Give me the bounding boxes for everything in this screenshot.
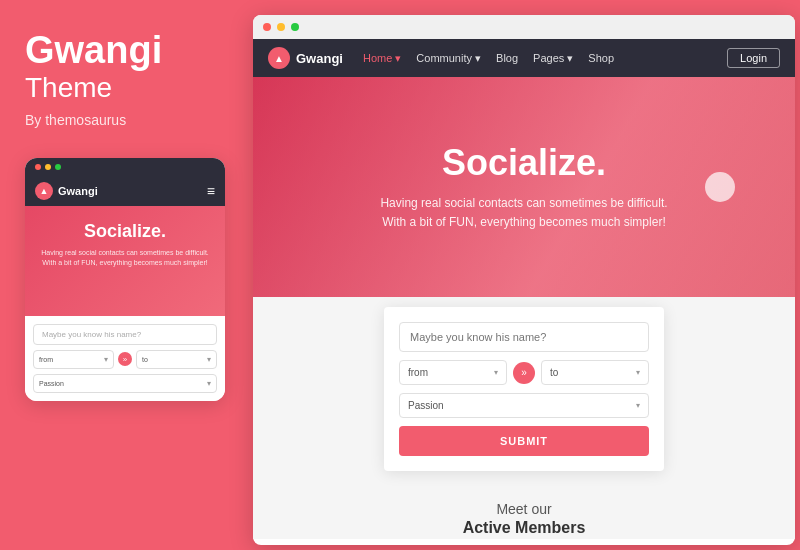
mockup-top-bar bbox=[25, 158, 225, 176]
mockup-logo-icon: ▲ bbox=[35, 182, 53, 200]
mockup-dots bbox=[35, 164, 61, 170]
mockup-hero-content: Socialize. Having real social contacts c… bbox=[35, 221, 215, 268]
hamburger-icon[interactable]: ≡ bbox=[207, 183, 215, 199]
browser-maximize-dot bbox=[291, 23, 299, 31]
mockup-passion-label: Passion bbox=[39, 380, 64, 387]
mockup-arrow-icon: » bbox=[118, 352, 132, 366]
hero-subtitle-line1: Having real social contacts can sometime… bbox=[380, 194, 667, 213]
chevron-down-icon: ▾ bbox=[636, 401, 640, 410]
site-nav-links: Home ▾ Community ▾ Blog Pages ▾ Shop bbox=[363, 52, 727, 65]
mockup-to-label: to bbox=[142, 356, 148, 363]
search-row: from ▾ » to ▾ bbox=[399, 360, 649, 385]
login-button[interactable]: Login bbox=[727, 48, 780, 68]
chevron-down-icon: ▾ bbox=[207, 379, 211, 388]
close-dot bbox=[35, 164, 41, 170]
mobile-mockup: ▲ Gwangi ≡ Socialize. Having real social… bbox=[25, 158, 225, 401]
site-hero: Socialize. Having real social contacts c… bbox=[253, 77, 795, 297]
brand-title: Gwangi bbox=[25, 30, 162, 72]
nav-link-home[interactable]: Home ▾ bbox=[363, 52, 401, 65]
nav-link-community[interactable]: Community ▾ bbox=[416, 52, 481, 65]
nav-link-pages[interactable]: Pages ▾ bbox=[533, 52, 573, 65]
chevron-down-icon: ▾ bbox=[636, 368, 640, 377]
site-nav: ▲ Gwangi Home ▾ Community ▾ Blog Pages ▾… bbox=[253, 39, 795, 77]
hero-subtitle-line2: With a bit of FUN, everything becomes mu… bbox=[380, 213, 667, 232]
hero-text-content: Socialize. Having real social contacts c… bbox=[380, 142, 667, 232]
search-section: from ▾ » to ▾ Passion ▾ SUBMIT Meet bbox=[253, 297, 795, 539]
browser-minimize-dot bbox=[277, 23, 285, 31]
search-card: from ▾ » to ▾ Passion ▾ SUBMIT bbox=[384, 307, 664, 471]
hero-circle bbox=[705, 172, 735, 202]
chevron-down-icon: ▾ bbox=[494, 368, 498, 377]
mockup-name-input[interactable]: Maybe you know his name? bbox=[33, 324, 217, 345]
search-arrow-button: » bbox=[513, 362, 535, 384]
mockup-hero: Socialize. Having real social contacts c… bbox=[25, 206, 225, 316]
browser-content: ▲ Gwangi Home ▾ Community ▾ Blog Pages ▾… bbox=[253, 39, 795, 539]
mockup-hero-text: Having real social contacts can sometime… bbox=[35, 248, 215, 268]
chevron-down-icon: ▾ bbox=[207, 355, 211, 364]
mockup-selects: from ▾ » to ▾ bbox=[33, 350, 217, 369]
mockup-passion-select[interactable]: Passion ▾ bbox=[33, 374, 217, 393]
site-logo: ▲ Gwangi bbox=[268, 47, 343, 69]
chevron-down-icon: ▾ bbox=[104, 355, 108, 364]
mockup-from-label: from bbox=[39, 356, 53, 363]
search-submit-button[interactable]: SUBMIT bbox=[399, 426, 649, 456]
site-logo-icon: ▲ bbox=[268, 47, 290, 69]
browser-top-bar bbox=[253, 15, 795, 39]
browser-mockup: ▲ Gwangi Home ▾ Community ▾ Blog Pages ▾… bbox=[253, 15, 795, 545]
search-to-select[interactable]: to ▾ bbox=[541, 360, 649, 385]
members-title-bold: Active Members bbox=[273, 519, 775, 537]
brand-subtitle: Theme bbox=[25, 72, 112, 104]
mockup-hero-title: Socialize. bbox=[35, 221, 215, 242]
search-name-input[interactable] bbox=[399, 322, 649, 352]
nav-link-blog[interactable]: Blog bbox=[496, 52, 518, 65]
mockup-logo: ▲ Gwangi bbox=[35, 182, 98, 200]
site-logo-text: Gwangi bbox=[296, 51, 343, 66]
to-label: to bbox=[550, 367, 558, 378]
members-title: Meet our bbox=[273, 501, 775, 517]
passion-label: Passion bbox=[408, 400, 444, 411]
nav-link-shop[interactable]: Shop bbox=[588, 52, 614, 65]
from-label: from bbox=[408, 367, 428, 378]
left-panel: Gwangi Theme By themosaurus ▲ Gwangi ≡ S… bbox=[0, 0, 245, 550]
search-from-select[interactable]: from ▾ bbox=[399, 360, 507, 385]
hero-title: Socialize. bbox=[380, 142, 667, 184]
maximize-dot bbox=[55, 164, 61, 170]
minimize-dot bbox=[45, 164, 51, 170]
mockup-form: Maybe you know his name? from ▾ » to ▾ P… bbox=[25, 316, 225, 401]
brand-by: By themosaurus bbox=[25, 112, 126, 128]
mockup-to-select[interactable]: to ▾ bbox=[136, 350, 217, 369]
mockup-from-select[interactable]: from ▾ bbox=[33, 350, 114, 369]
mockup-nav: ▲ Gwangi ≡ bbox=[25, 176, 225, 206]
search-passion-select[interactable]: Passion ▾ bbox=[399, 393, 649, 418]
mockup-logo-text: Gwangi bbox=[58, 185, 98, 197]
mockup-name-placeholder: Maybe you know his name? bbox=[42, 330, 141, 339]
browser-close-dot bbox=[263, 23, 271, 31]
members-section: Meet our Active Members 👩 👨 👩 👨 bbox=[253, 486, 795, 539]
